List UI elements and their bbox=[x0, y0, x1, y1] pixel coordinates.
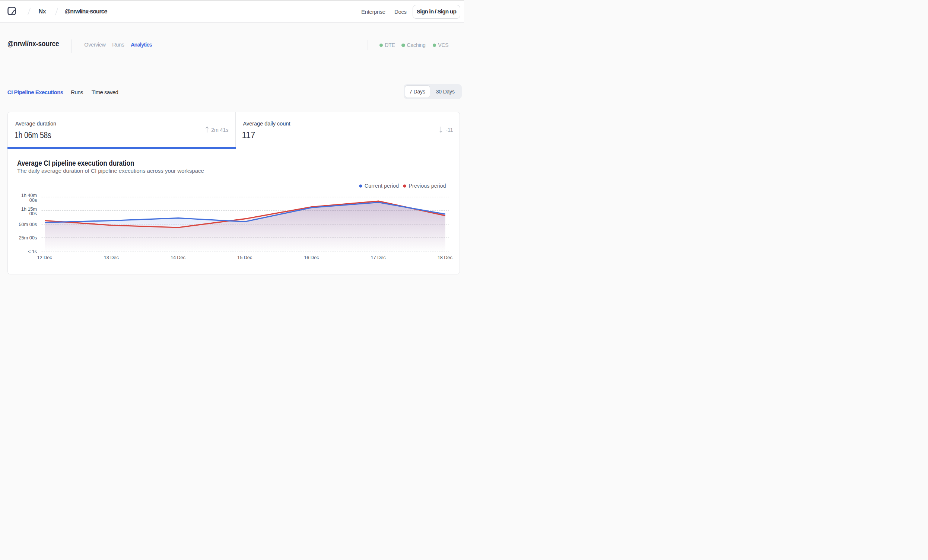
svg-text:16 Dec: 16 Dec bbox=[304, 255, 319, 260]
svg-text:14 Dec: 14 Dec bbox=[171, 255, 186, 260]
svg-text:18 Dec: 18 Dec bbox=[438, 255, 453, 260]
svg-text:00s: 00s bbox=[29, 197, 37, 203]
svg-text:Current period: Current period bbox=[365, 183, 399, 189]
svg-text:00s: 00s bbox=[29, 211, 37, 216]
svg-text:Previous period: Previous period bbox=[409, 183, 446, 189]
svg-text:< 1s: < 1s bbox=[28, 249, 37, 254]
svg-text:17 Dec: 17 Dec bbox=[371, 255, 386, 260]
svg-text:12 Dec: 12 Dec bbox=[37, 255, 52, 260]
svg-text:13 Dec: 13 Dec bbox=[104, 255, 119, 260]
svg-text:25m 00s: 25m 00s bbox=[19, 235, 37, 241]
svg-text:15 Dec: 15 Dec bbox=[237, 255, 252, 260]
svg-text:50m 00s: 50m 00s bbox=[19, 221, 37, 227]
